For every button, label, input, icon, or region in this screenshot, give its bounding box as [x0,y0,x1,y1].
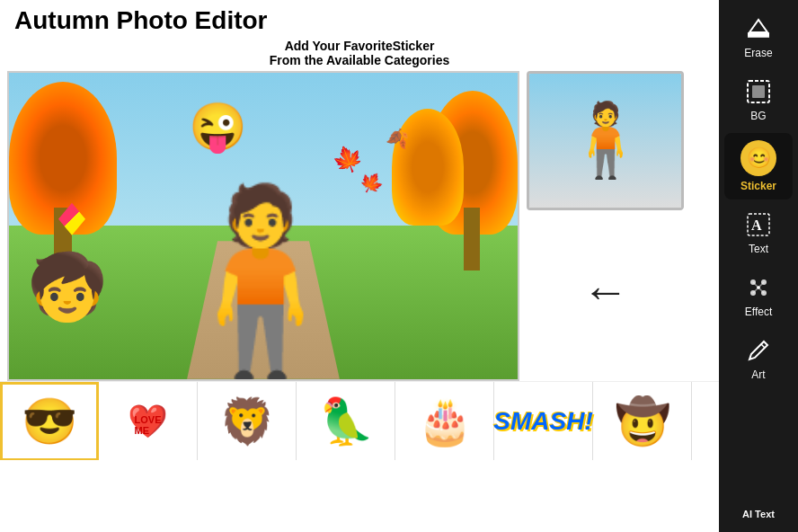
tool-erase[interactable]: Erase [724,7,793,66]
eraser-icon [744,14,773,43]
editor-area: 😜 🍁 🍁 🍂 🧒 🧍 🧍 ← [0,71,719,381]
ai-text-area: AI Text [724,501,793,525]
tool-text[interactable]: A Text [724,203,793,262]
app-header: Autumn Photo Editor Add Your FavoriteSti… [0,0,719,71]
person-main-sticker[interactable]: 🧍 [148,191,373,370]
sticker-circle: 😊 [740,140,776,176]
sticker-bar: 😎 ❤️LOVEME 🦁 🦜 🎂 SMASH! 🤠 [0,381,719,460]
emoji-sticker-canvas[interactable]: 😜 [189,100,247,155]
effect-icon [744,273,773,302]
svg-text:A: A [751,217,762,233]
text-icon: A [744,210,773,239]
preview-area: 🧍 ← [527,71,684,318]
main-canvas[interactable]: 😜 🍁 🍁 🍂 🧒 🧍 [7,71,519,381]
svg-marker-1 [749,20,767,32]
child-sticker[interactable]: 🧒 [27,249,108,325]
smash-sticker: SMASH! [493,407,592,436]
tree-right-trunk [464,208,480,270]
text-label: Text [749,243,768,255]
app-subtitle: Add Your FavoriteSticker From the Availa… [14,39,705,67]
preview-image: 🧍 [527,71,684,210]
bg-icon [744,77,773,106]
sticker-thumb-4[interactable]: 🎂 [395,382,494,460]
sticker-thumb-3[interactable]: 🦜 [297,382,395,460]
sticker-thumb-5[interactable]: SMASH! [494,382,593,460]
arrow-icon: ← [582,264,629,318]
ai-text-label: AI Text [742,509,775,519]
preview-person: 🧍 [529,74,681,208]
kite-diamond [58,203,85,235]
tool-effect[interactable]: Effect [724,266,793,325]
sticker-thumb-1[interactable]: ❤️LOVEME [99,382,198,460]
arrow-area: ← [582,264,629,318]
tool-panel: Erase BG 😊 Sticker A Text [719,0,798,532]
art-icon [744,336,773,365]
tool-art[interactable]: Art [724,329,793,388]
bg-label: BG [750,110,766,122]
tool-sticker[interactable]: 😊 Sticker [724,133,793,200]
sticker-thumb-6[interactable]: 🤠 [593,382,692,460]
tree-mid-right-foliage [392,109,464,226]
app-title: Autumn Photo Editor [14,7,705,35]
tool-bg[interactable]: BG [724,70,793,129]
svg-line-13 [761,344,765,348]
kite-sticker[interactable] [58,203,85,235]
svg-rect-4 [752,85,765,98]
sticker-label: Sticker [740,180,776,192]
sticker-thumb-2[interactable]: 🦁 [198,382,297,460]
erase-label: Erase [744,47,772,59]
art-label: Art [751,368,765,381]
leaf-sticker-3[interactable]: 🍂 [385,125,411,150]
effect-label: Effect [745,306,772,318]
sticker-thumb-0[interactable]: 😎 [0,382,99,460]
